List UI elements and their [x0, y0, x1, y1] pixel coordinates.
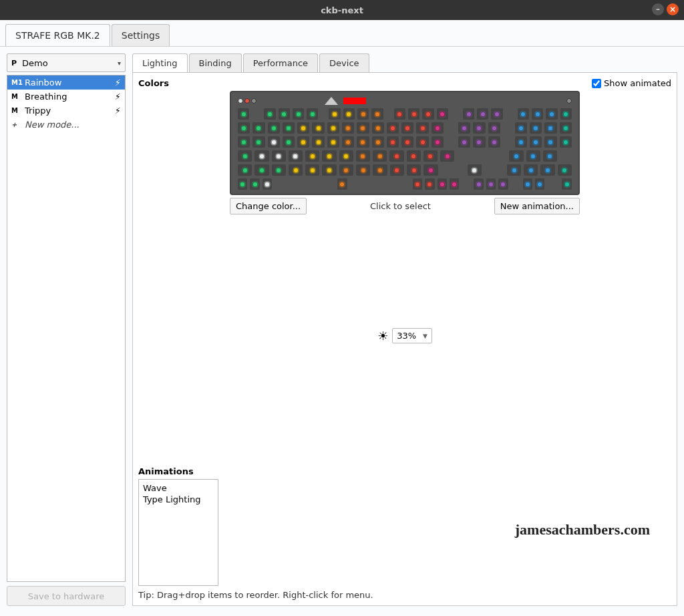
- save-to-hardware-button[interactable]: Save to hardware: [7, 586, 126, 606]
- key[interactable]: [342, 122, 354, 134]
- key[interactable]: [238, 136, 250, 148]
- key[interactable]: [322, 150, 336, 162]
- key[interactable]: [252, 136, 265, 148]
- key[interactable]: [289, 150, 303, 162]
- key[interactable]: [440, 150, 454, 162]
- key[interactable]: [252, 122, 265, 134]
- key[interactable]: [544, 122, 556, 134]
- key[interactable]: [468, 164, 482, 176]
- key[interactable]: [307, 108, 318, 120]
- key[interactable]: [387, 136, 399, 148]
- animation-item[interactable]: Wave: [142, 482, 215, 494]
- key[interactable]: [238, 178, 247, 190]
- key[interactable]: [327, 136, 339, 148]
- key[interactable]: [394, 108, 405, 120]
- key[interactable]: [507, 164, 521, 176]
- key[interactable]: [339, 150, 353, 162]
- key[interactable]: [530, 136, 542, 148]
- key[interactable]: [372, 122, 384, 134]
- mode-item-rainbow[interactable]: M1 Rainbow ⚡: [7, 75, 125, 90]
- mode-item-breathing[interactable]: M Breathing ⚡: [7, 90, 125, 104]
- key[interactable]: [312, 136, 324, 148]
- key[interactable]: [488, 136, 500, 148]
- tab-device-strafe[interactable]: STRAFE RGB MK.2: [5, 24, 110, 46]
- change-color-button[interactable]: Change color...: [230, 198, 307, 214]
- key[interactable]: [238, 150, 252, 162]
- key[interactable]: [473, 122, 485, 134]
- key[interactable]: [254, 150, 269, 162]
- key[interactable]: [477, 108, 488, 120]
- mode-item-new[interactable]: + New mode...: [7, 118, 125, 132]
- key[interactable]: [264, 108, 275, 120]
- key[interactable]: [540, 164, 554, 176]
- close-icon[interactable]: ×: [667, 3, 679, 15]
- key[interactable]: [432, 122, 444, 134]
- key[interactable]: [272, 150, 286, 162]
- key[interactable]: [524, 164, 538, 176]
- key[interactable]: [423, 150, 438, 162]
- key[interactable]: [407, 150, 421, 162]
- key[interactable]: [263, 178, 272, 190]
- subtab-binding[interactable]: Binding: [189, 53, 242, 72]
- key[interactable]: [425, 178, 434, 190]
- key[interactable]: [327, 122, 339, 134]
- key[interactable]: [416, 122, 428, 134]
- key[interactable]: [312, 122, 324, 134]
- key[interactable]: [515, 136, 527, 148]
- key[interactable]: [339, 164, 353, 176]
- minimize-icon[interactable]: –: [652, 3, 664, 15]
- key[interactable]: [343, 108, 355, 120]
- key[interactable]: [432, 136, 444, 148]
- key[interactable]: [450, 178, 459, 190]
- new-animation-button[interactable]: New animation...: [494, 198, 580, 214]
- key[interactable]: [238, 122, 250, 134]
- key[interactable]: [238, 164, 252, 176]
- key[interactable]: [474, 178, 483, 190]
- key[interactable]: [523, 178, 532, 190]
- key[interactable]: [498, 178, 508, 190]
- key[interactable]: [389, 150, 403, 162]
- key[interactable]: [254, 164, 269, 176]
- key[interactable]: [560, 108, 572, 120]
- subtab-performance[interactable]: Performance: [243, 53, 318, 72]
- key[interactable]: [293, 108, 304, 120]
- key[interactable]: [458, 122, 470, 134]
- key[interactable]: [401, 136, 413, 148]
- key[interactable]: [562, 178, 571, 190]
- show-animated-checkbox[interactable]: Show animated: [592, 78, 671, 88]
- key[interactable]: [473, 136, 485, 148]
- keyboard-visual[interactable]: [230, 91, 580, 195]
- key[interactable]: [268, 122, 280, 134]
- key[interactable]: [509, 150, 523, 162]
- subtab-lighting[interactable]: Lighting: [132, 53, 188, 72]
- key[interactable]: [305, 164, 319, 176]
- subtab-device[interactable]: Device: [319, 53, 369, 72]
- key[interactable]: [422, 108, 434, 120]
- key[interactable]: [423, 164, 438, 176]
- key[interactable]: [329, 108, 340, 120]
- key[interactable]: [297, 136, 309, 148]
- key[interactable]: [535, 178, 544, 190]
- key[interactable]: [518, 108, 529, 120]
- key[interactable]: [356, 150, 370, 162]
- key[interactable]: [283, 136, 295, 148]
- key[interactable]: [401, 122, 413, 134]
- key[interactable]: [546, 108, 557, 120]
- key[interactable]: [357, 136, 369, 148]
- key[interactable]: [356, 164, 370, 176]
- animations-list[interactable]: Wave Type Lighting: [138, 479, 218, 586]
- key[interactable]: [268, 136, 280, 148]
- key[interactable]: [250, 178, 259, 190]
- key[interactable]: [491, 108, 502, 120]
- key[interactable]: [289, 164, 303, 176]
- key[interactable]: [238, 108, 249, 120]
- key[interactable]: [438, 178, 447, 190]
- key[interactable]: [544, 136, 556, 148]
- key[interactable]: [279, 108, 290, 120]
- key[interactable]: [416, 136, 428, 148]
- key[interactable]: [530, 122, 542, 134]
- key[interactable]: [413, 178, 422, 190]
- key[interactable]: [408, 108, 419, 120]
- key[interactable]: [357, 122, 369, 134]
- key[interactable]: [337, 178, 347, 190]
